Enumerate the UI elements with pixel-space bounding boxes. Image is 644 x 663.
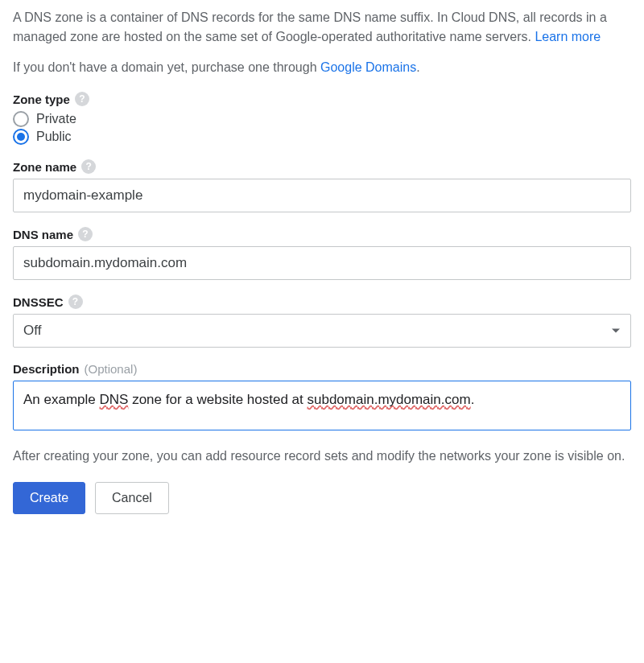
domain-prompt-text: If you don't have a domain yet, purchase… [13, 60, 320, 74]
help-icon[interactable]: ? [81, 159, 96, 174]
domain-prompt-suffix: . [416, 60, 419, 74]
zone-name-label-row: Zone name ? [13, 159, 631, 174]
create-button[interactable]: Create [13, 482, 85, 514]
intro-text: A DNS zone is a container of DNS records… [13, 10, 607, 43]
dnssec-select-value: Off [13, 314, 631, 348]
zone-type-label: Zone type [13, 93, 70, 106]
zone-type-private-radio[interactable]: Private [13, 111, 631, 127]
radio-label-private: Private [36, 112, 76, 126]
zone-type-public-radio[interactable]: Public [13, 129, 631, 145]
post-create-text: After creating your zone, you can add re… [13, 447, 631, 466]
radio-unchecked-icon [13, 111, 29, 127]
radio-checked-icon [13, 129, 29, 145]
zone-name-label: Zone name [13, 160, 76, 174]
google-domains-link[interactable]: Google Domains [320, 60, 416, 74]
cancel-button[interactable]: Cancel [95, 482, 169, 514]
dns-name-label-row: DNS name ? [13, 227, 631, 241]
description-label: Description [13, 362, 80, 376]
help-icon[interactable]: ? [68, 294, 83, 309]
dnssec-section: DNSSEC ? Off [13, 294, 631, 348]
dnssec-label: DNSSEC [13, 295, 64, 309]
dns-name-label: DNS name [13, 228, 73, 241]
description-section: Description (Optional) An example DNS zo… [13, 362, 631, 430]
dnssec-label-row: DNSSEC ? [13, 294, 631, 309]
description-textarea[interactable]: An example DNS zone for a website hosted… [13, 381, 631, 430]
radio-label-public: Public [36, 130, 72, 144]
zone-type-section: Zone type ? Private Public [13, 92, 631, 145]
zone-name-section: Zone name ? [13, 159, 631, 212]
button-row: Create Cancel [13, 482, 631, 514]
zone-type-radio-group: Private Public [13, 111, 631, 145]
description-optional-label: (Optional) [85, 362, 138, 376]
intro-paragraph: A DNS zone is a container of DNS records… [13, 8, 631, 47]
dnssec-select[interactable]: Off [13, 314, 631, 348]
description-label-row: Description (Optional) [13, 362, 631, 376]
dns-name-input[interactable] [13, 246, 631, 280]
learn-more-link[interactable]: Learn more [535, 30, 601, 43]
help-icon[interactable]: ? [75, 92, 89, 106]
dns-name-section: DNS name ? [13, 227, 631, 280]
help-icon[interactable]: ? [78, 227, 93, 241]
zone-name-input[interactable] [13, 179, 631, 212]
domain-prompt-paragraph: If you don't have a domain yet, purchase… [13, 58, 631, 77]
zone-type-label-row: Zone type ? [13, 92, 631, 106]
